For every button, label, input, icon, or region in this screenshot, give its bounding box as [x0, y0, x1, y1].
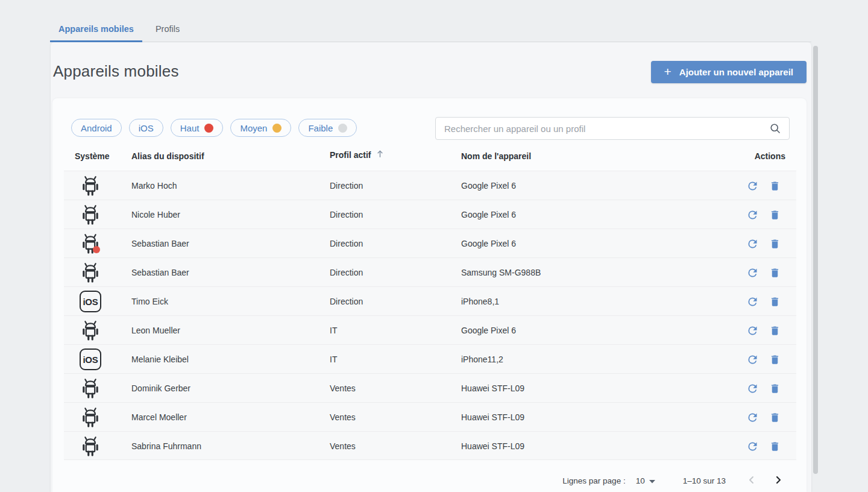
priority-dot-icon: [272, 124, 281, 133]
ios-icon: iOS: [80, 291, 101, 312]
system-cell: iOS: [77, 229, 104, 258]
delete-device-button[interactable]: [769, 266, 781, 279]
active-profile: IT: [330, 316, 337, 345]
android-icon: [80, 435, 101, 458]
device-name: iPhone11,2: [461, 345, 503, 374]
device-alias: Sebastian Baer: [131, 229, 189, 258]
system-cell: iOS: [77, 200, 104, 229]
delete-device-button[interactable]: [769, 180, 781, 192]
filter-chip-label: Haut: [180, 123, 200, 133]
android-icon: [80, 320, 101, 342]
priority-dot-icon: [338, 124, 347, 133]
sync-device-button[interactable]: [746, 295, 759, 308]
alert-dot: [93, 246, 100, 253]
devices-card: Appareils mobiles + Ajouter un nouvel ap…: [51, 42, 811, 492]
device-name: Google Pixel 6: [461, 171, 516, 200]
caret-down-icon: [649, 476, 655, 485]
table-row: iOS Sabrina Fuhrmann Ventes Huawei STF-L…: [64, 431, 796, 460]
actions-cell: [746, 316, 781, 345]
device-name: Google Pixel 6: [461, 200, 516, 229]
sync-device-button[interactable]: [746, 238, 759, 250]
device-alias: Dominik Gerber: [131, 374, 190, 403]
active-profile: Direction: [330, 258, 363, 287]
sync-device-button[interactable]: [746, 324, 759, 337]
filter-chip-haut[interactable]: Haut: [171, 119, 224, 137]
active-profile: Direction: [330, 229, 363, 258]
previous-page-button[interactable]: [747, 476, 756, 486]
rows-per-page-select[interactable]: 10: [636, 476, 655, 485]
actions-cell: [746, 403, 781, 432]
actions-cell: [746, 200, 781, 229]
device-name: Huawei STF-L09: [461, 403, 524, 432]
system-cell: iOS: [77, 287, 104, 316]
delete-device-button[interactable]: [769, 324, 781, 337]
tab-profils[interactable]: Profils: [142, 17, 193, 42]
active-profile: Direction: [330, 171, 363, 200]
device-alias: Marko Hoch: [131, 171, 177, 200]
active-profile: Ventes: [330, 403, 356, 432]
delete-device-button[interactable]: [769, 353, 781, 366]
next-page-button[interactable]: [774, 476, 782, 486]
system-cell: iOS: [77, 432, 104, 461]
delete-device-button[interactable]: [769, 411, 781, 424]
sync-device-button[interactable]: [746, 180, 759, 192]
chevron-right-icon: [774, 476, 782, 486]
delete-device-button[interactable]: [769, 295, 781, 308]
table-row: iOS Nicole Huber Direction Google Pixel …: [64, 200, 796, 229]
search-input[interactable]: [436, 124, 769, 134]
actions-cell: [746, 432, 781, 461]
filter-chip-android[interactable]: Android: [71, 119, 122, 137]
pagination-range: 1–10 sur 13: [683, 476, 726, 485]
add-device-button[interactable]: + Ajouter un nouvel appareil: [651, 61, 807, 83]
column-header-nom-appareil: Nom de l'appareil: [461, 151, 531, 161]
sync-device-button[interactable]: [746, 209, 759, 221]
actions-cell: [746, 229, 781, 258]
filter-chip-label: Android: [81, 123, 112, 133]
table-row: iOS Sebastian Baer Direction Google Pixe…: [64, 229, 796, 257]
scrollbar[interactable]: [813, 46, 818, 474]
add-device-button-label: Ajouter un nouvel appareil: [679, 67, 793, 77]
devices-panel: Android iOS Haut Moyen Faible Système Al…: [52, 98, 807, 492]
device-alias: Sebastian Baer: [131, 258, 189, 287]
android-icon: [80, 406, 101, 429]
android-icon: [80, 377, 101, 400]
filter-chip-label: iOS: [139, 123, 154, 133]
actions-cell: [746, 287, 781, 316]
priority-dot-icon: [204, 124, 213, 133]
device-alias: Nicole Huber: [131, 200, 180, 229]
plus-icon: +: [664, 65, 671, 78]
table-pagination: Lignes par page : 10 1–10 sur 13: [562, 472, 782, 490]
sync-device-button[interactable]: [746, 411, 759, 424]
filter-chip-moyen[interactable]: Moyen: [230, 119, 291, 137]
device-alias: Leon Mueller: [131, 316, 180, 345]
device-alias: Timo Eick: [131, 287, 168, 316]
sync-device-button[interactable]: [746, 382, 759, 395]
table-header: Système Alias du dispositif Profil actif…: [52, 148, 807, 167]
tab-appareils-mobiles[interactable]: Appareils mobiles: [50, 17, 142, 42]
rows-per-page-value: 10: [636, 476, 645, 485]
device-name: Google Pixel 6: [461, 316, 516, 345]
column-header-profil-actif[interactable]: Profil actif: [330, 149, 385, 160]
sync-device-button[interactable]: [746, 266, 759, 279]
active-profile: Direction: [330, 200, 363, 229]
filter-chip-faible[interactable]: Faible: [298, 119, 357, 137]
actions-cell: [746, 345, 781, 374]
search-box: [435, 117, 790, 140]
delete-device-button[interactable]: [769, 382, 781, 395]
android-icon: [80, 262, 101, 284]
device-alias: Marcel Moeller: [131, 403, 187, 432]
delete-device-button[interactable]: [769, 209, 781, 221]
device-table-body: iOS Marko Hoch Direction Google Pixel 6: [64, 171, 796, 460]
delete-device-button[interactable]: [769, 238, 781, 250]
device-name: Google Pixel 6: [461, 229, 516, 258]
sort-asc-icon: [376, 149, 385, 160]
device-name: Huawei STF-L09: [461, 432, 524, 461]
filter-chip-label: Moyen: [240, 123, 267, 133]
delete-device-button[interactable]: [769, 440, 781, 453]
sync-device-button[interactable]: [746, 353, 759, 366]
system-cell: iOS: [77, 316, 104, 345]
android-icon: [80, 204, 101, 226]
sync-device-button[interactable]: [746, 440, 759, 453]
device-name: Samsung SM-G988B: [461, 258, 541, 287]
filter-chip-ios[interactable]: iOS: [129, 119, 163, 137]
